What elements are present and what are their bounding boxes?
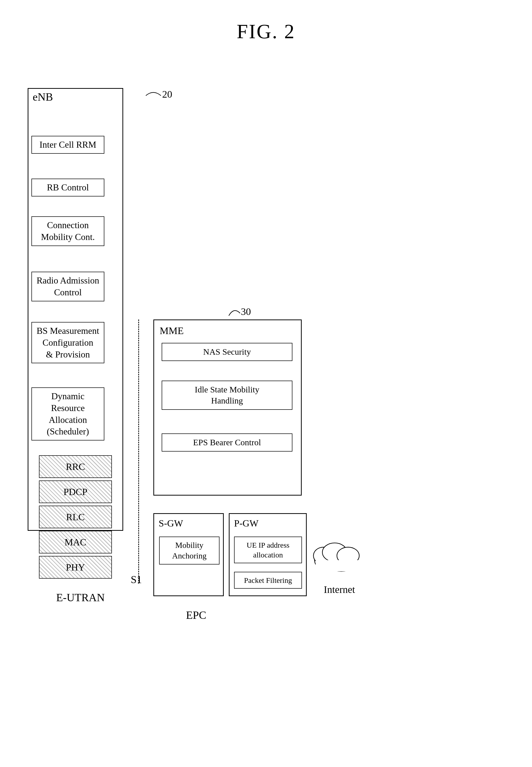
packet-filtering-box: Packet Filtering [234, 572, 302, 589]
pdcp-box: PDCP [39, 481, 112, 503]
eps-bearer: EPS Bearer Control [162, 434, 292, 452]
dashed-divider [138, 319, 139, 584]
mobility-anchoring: MobilityAnchoring [159, 537, 219, 565]
bs-measurement: BS MeasurementConfiguration& Provision [31, 322, 104, 363]
mme-label: MME [160, 325, 184, 336]
rb-control-wrapper: RB Control [31, 179, 104, 196]
svg-text:20: 20 [162, 89, 172, 100]
idle-state: Idle State MobilityHandling [162, 380, 292, 410]
ref-20: 20 [143, 88, 173, 106]
eutran-label: E-UTRAN [28, 591, 133, 604]
page-title: FIG. 2 [0, 0, 532, 43]
rb-control: RB Control [31, 179, 104, 196]
mobility-anchoring-box: MobilityAnchoring [159, 537, 219, 565]
dynamic-resource-wrapper: Dynamic ResourceAllocation(Scheduler) [31, 388, 104, 441]
rrc-box: RRC [39, 455, 112, 478]
nas-security-box: NAS Security [162, 343, 292, 361]
ue-ip-box: UE IP addressallocation [234, 537, 302, 563]
internet-cloud [309, 533, 365, 575]
inter-cell-rrm-wrapper: Inter Cell RRM [31, 136, 104, 154]
enb-label: eNB [33, 91, 53, 103]
sgw-label: S-GW [159, 518, 183, 529]
dynamic-resource: Dynamic ResourceAllocation(Scheduler) [31, 388, 104, 441]
conn-mobility-wrapper: ConnectionMobility Cont. [31, 216, 104, 246]
idle-state-box: Idle State MobilityHandling [162, 380, 292, 410]
phy-box: PHY [39, 556, 112, 579]
packet-filtering: Packet Filtering [234, 572, 302, 589]
ue-ip: UE IP addressallocation [234, 537, 302, 563]
diagram: eNB Inter Cell RRM RB Control Connection… [20, 55, 512, 747]
svg-text:30: 30 [241, 306, 251, 317]
pgw-label: P-GW [234, 518, 258, 529]
mme-box: MME NAS Security Idle State MobilityHand… [153, 319, 302, 496]
s1-label: S1 [131, 574, 142, 586]
nas-security: NAS Security [162, 343, 292, 361]
radio-admission-wrapper: Radio AdmissionControl [31, 272, 104, 301]
inter-cell-rrm: Inter Cell RRM [31, 136, 104, 154]
bs-measurement-wrapper: BS MeasurementConfiguration& Provision [31, 322, 104, 363]
mac-box: MAC [39, 531, 112, 554]
pgw-box: P-GW UE IP addressallocation Packet Filt… [229, 513, 307, 596]
eps-bearer-box: EPS Bearer Control [162, 434, 292, 452]
conn-mobility: ConnectionMobility Cont. [31, 216, 104, 246]
radio-admission: Radio AdmissionControl [31, 272, 104, 301]
epc-label: EPC [171, 609, 221, 622]
rlc-box: RLC [39, 506, 112, 528]
internet-label: Internet [311, 584, 368, 596]
ref-30: 30 [226, 304, 256, 322]
sgw-box: S-GW MobilityAnchoring [153, 513, 224, 596]
